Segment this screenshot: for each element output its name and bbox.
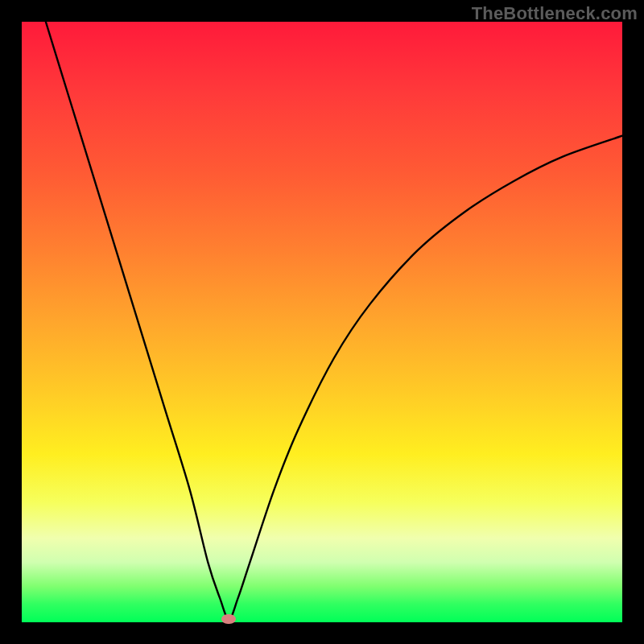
- curve-svg: [22, 22, 622, 622]
- plot-area: [22, 22, 622, 622]
- bottleneck-curve: [46, 22, 622, 619]
- watermark-text: TheBottleneck.com: [472, 3, 638, 24]
- chart-frame: TheBottleneck.com: [0, 0, 644, 644]
- minimum-marker: [221, 614, 236, 624]
